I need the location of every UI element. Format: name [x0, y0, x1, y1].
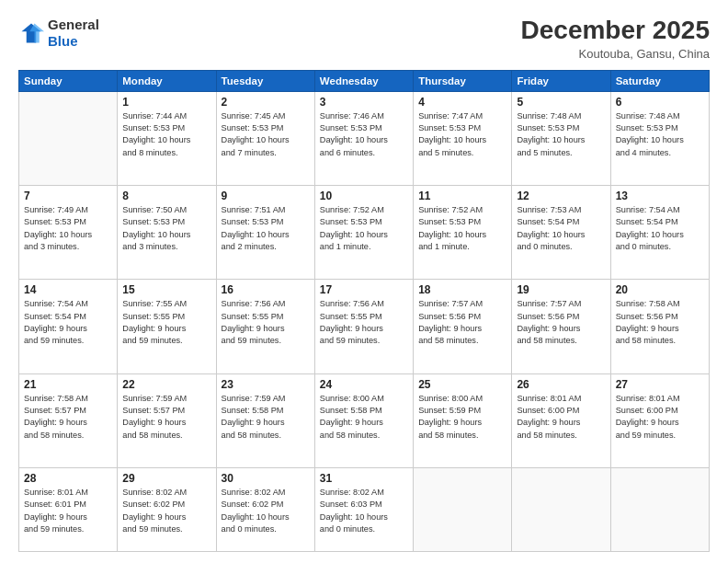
- calendar-cell: 3Sunrise: 7:46 AM Sunset: 5:53 PM Daylig…: [314, 91, 413, 185]
- day-number: 2: [222, 96, 310, 109]
- calendar-cell: 10Sunrise: 7:52 AM Sunset: 5:53 PM Dayli…: [314, 186, 413, 280]
- day-info: Sunrise: 7:53 AM Sunset: 5:54 PM Dayligh…: [517, 204, 605, 253]
- day-number: 29: [122, 472, 210, 485]
- day-info: Sunrise: 7:47 AM Sunset: 5:53 PM Dayligh…: [418, 110, 506, 159]
- day-info: Sunrise: 7:45 AM Sunset: 5:53 PM Dayligh…: [222, 110, 310, 159]
- day-number: 24: [320, 378, 408, 391]
- day-info: Sunrise: 8:01 AM Sunset: 6:01 PM Dayligh…: [24, 487, 112, 535]
- calendar-cell: 11Sunrise: 7:52 AM Sunset: 5:53 PM Dayli…: [414, 186, 512, 280]
- day-info: Sunrise: 7:56 AM Sunset: 5:55 PM Dayligh…: [320, 298, 408, 347]
- day-info: Sunrise: 8:02 AM Sunset: 6:02 PM Dayligh…: [222, 487, 310, 535]
- calendar-cell: 28Sunrise: 8:01 AM Sunset: 6:01 PM Dayli…: [19, 467, 118, 551]
- day-number: 7: [24, 190, 112, 202]
- month-title: December 2025: [521, 17, 710, 45]
- calendar-cell: 18Sunrise: 7:57 AM Sunset: 5:56 PM Dayli…: [414, 280, 512, 373]
- calendar-cell: 15Sunrise: 7:55 AM Sunset: 5:55 PM Dayli…: [118, 280, 216, 373]
- calendar-week-row: 21Sunrise: 7:58 AM Sunset: 5:57 PM Dayli…: [19, 373, 710, 467]
- day-number: 31: [320, 472, 408, 485]
- logo: General Blue: [18, 17, 99, 50]
- day-header-friday: Friday: [512, 70, 610, 91]
- calendar-cell: [414, 467, 512, 551]
- calendar-cell: 7Sunrise: 7:49 AM Sunset: 5:53 PM Daylig…: [19, 186, 118, 280]
- calendar-cell: 19Sunrise: 7:57 AM Sunset: 5:56 PM Dayli…: [512, 280, 610, 373]
- calendar-cell: 4Sunrise: 7:47 AM Sunset: 5:53 PM Daylig…: [414, 91, 512, 185]
- day-number: 8: [122, 190, 210, 202]
- day-number: 4: [418, 96, 506, 109]
- day-number: 9: [222, 190, 310, 202]
- day-info: Sunrise: 7:52 AM Sunset: 5:53 PM Dayligh…: [320, 204, 408, 253]
- day-number: 14: [24, 283, 112, 296]
- day-info: Sunrise: 7:49 AM Sunset: 5:53 PM Dayligh…: [24, 204, 112, 253]
- day-info: Sunrise: 7:50 AM Sunset: 5:53 PM Dayligh…: [122, 204, 210, 253]
- calendar-week-row: 7Sunrise: 7:49 AM Sunset: 5:53 PM Daylig…: [19, 186, 710, 280]
- day-info: Sunrise: 7:52 AM Sunset: 5:53 PM Dayligh…: [418, 204, 506, 253]
- day-info: Sunrise: 8:01 AM Sunset: 6:00 PM Dayligh…: [616, 393, 704, 442]
- calendar-cell: [512, 467, 610, 551]
- day-number: 18: [418, 283, 506, 296]
- calendar-cell: 23Sunrise: 7:59 AM Sunset: 5:58 PM Dayli…: [216, 373, 314, 467]
- day-number: 6: [616, 96, 704, 109]
- header: General Blue December 2025 Koutouba, Gan…: [18, 17, 710, 61]
- calendar-cell: 14Sunrise: 7:54 AM Sunset: 5:54 PM Dayli…: [19, 280, 118, 373]
- calendar-cell: 2Sunrise: 7:45 AM Sunset: 5:53 PM Daylig…: [216, 91, 314, 185]
- calendar-cell: 16Sunrise: 7:56 AM Sunset: 5:55 PM Dayli…: [216, 280, 314, 373]
- day-number: 12: [517, 190, 605, 202]
- calendar-cell: 13Sunrise: 7:54 AM Sunset: 5:54 PM Dayli…: [610, 186, 709, 280]
- day-number: 23: [222, 378, 310, 391]
- day-number: 26: [517, 378, 605, 391]
- calendar-cell: 26Sunrise: 8:01 AM Sunset: 6:00 PM Dayli…: [512, 373, 610, 467]
- day-info: Sunrise: 7:54 AM Sunset: 5:54 PM Dayligh…: [616, 204, 704, 253]
- day-info: Sunrise: 7:44 AM Sunset: 5:53 PM Dayligh…: [122, 110, 210, 159]
- day-header-saturday: Saturday: [610, 70, 709, 91]
- day-number: 20: [616, 283, 704, 296]
- logo-icon: [18, 20, 44, 46]
- day-info: Sunrise: 8:00 AM Sunset: 5:58 PM Dayligh…: [320, 393, 408, 442]
- calendar-cell: 22Sunrise: 7:59 AM Sunset: 5:57 PM Dayli…: [118, 373, 216, 467]
- calendar-cell: 27Sunrise: 8:01 AM Sunset: 6:00 PM Dayli…: [610, 373, 709, 467]
- calendar-table: SundayMondayTuesdayWednesdayThursdayFrid…: [18, 70, 710, 552]
- day-info: Sunrise: 7:58 AM Sunset: 5:56 PM Dayligh…: [616, 298, 704, 347]
- day-number: 13: [616, 190, 704, 202]
- calendar-cell: [19, 91, 118, 185]
- calendar-cell: 12Sunrise: 7:53 AM Sunset: 5:54 PM Dayli…: [512, 186, 610, 280]
- day-number: 16: [222, 283, 310, 296]
- day-number: 10: [320, 190, 408, 202]
- calendar-header-row: SundayMondayTuesdayWednesdayThursdayFrid…: [19, 70, 710, 91]
- day-number: 11: [418, 190, 506, 202]
- day-header-monday: Monday: [118, 70, 216, 91]
- day-number: 27: [616, 378, 704, 391]
- calendar-cell: 25Sunrise: 8:00 AM Sunset: 5:59 PM Dayli…: [414, 373, 512, 467]
- day-number: 15: [122, 283, 210, 296]
- calendar-week-row: 28Sunrise: 8:01 AM Sunset: 6:01 PM Dayli…: [19, 467, 710, 551]
- day-number: 1: [122, 96, 210, 109]
- day-info: Sunrise: 7:48 AM Sunset: 5:53 PM Dayligh…: [616, 110, 704, 159]
- day-info: Sunrise: 7:58 AM Sunset: 5:57 PM Dayligh…: [24, 393, 112, 442]
- day-number: 19: [517, 283, 605, 296]
- day-info: Sunrise: 7:48 AM Sunset: 5:53 PM Dayligh…: [517, 110, 605, 159]
- day-info: Sunrise: 7:55 AM Sunset: 5:55 PM Dayligh…: [122, 298, 210, 347]
- day-header-thursday: Thursday: [414, 70, 512, 91]
- calendar-week-row: 1Sunrise: 7:44 AM Sunset: 5:53 PM Daylig…: [19, 91, 710, 185]
- calendar-cell: [610, 467, 709, 551]
- calendar-cell: 30Sunrise: 8:02 AM Sunset: 6:02 PM Dayli…: [216, 467, 314, 551]
- calendar-cell: 8Sunrise: 7:50 AM Sunset: 5:53 PM Daylig…: [118, 186, 216, 280]
- calendar-cell: 21Sunrise: 7:58 AM Sunset: 5:57 PM Dayli…: [19, 373, 118, 467]
- day-number: 25: [418, 378, 506, 391]
- day-info: Sunrise: 8:02 AM Sunset: 6:02 PM Dayligh…: [122, 487, 210, 535]
- day-number: 3: [320, 96, 408, 109]
- day-info: Sunrise: 8:02 AM Sunset: 6:03 PM Dayligh…: [320, 487, 408, 535]
- calendar-cell: 5Sunrise: 7:48 AM Sunset: 5:53 PM Daylig…: [512, 91, 610, 185]
- calendar-cell: 1Sunrise: 7:44 AM Sunset: 5:53 PM Daylig…: [118, 91, 216, 185]
- day-number: 22: [122, 378, 210, 391]
- day-info: Sunrise: 8:01 AM Sunset: 6:00 PM Dayligh…: [517, 393, 605, 442]
- calendar-cell: 9Sunrise: 7:51 AM Sunset: 5:53 PM Daylig…: [216, 186, 314, 280]
- calendar-cell: 17Sunrise: 7:56 AM Sunset: 5:55 PM Dayli…: [314, 280, 413, 373]
- logo-blue: Blue: [48, 33, 99, 50]
- day-info: Sunrise: 7:46 AM Sunset: 5:53 PM Dayligh…: [320, 110, 408, 159]
- calendar-cell: 20Sunrise: 7:58 AM Sunset: 5:56 PM Dayli…: [610, 280, 709, 373]
- location: Koutouba, Gansu, China: [521, 47, 710, 61]
- day-info: Sunrise: 7:59 AM Sunset: 5:57 PM Dayligh…: [122, 393, 210, 442]
- logo-general: General: [48, 17, 99, 33]
- day-number: 30: [222, 472, 310, 485]
- day-info: Sunrise: 7:54 AM Sunset: 5:54 PM Dayligh…: [24, 298, 112, 347]
